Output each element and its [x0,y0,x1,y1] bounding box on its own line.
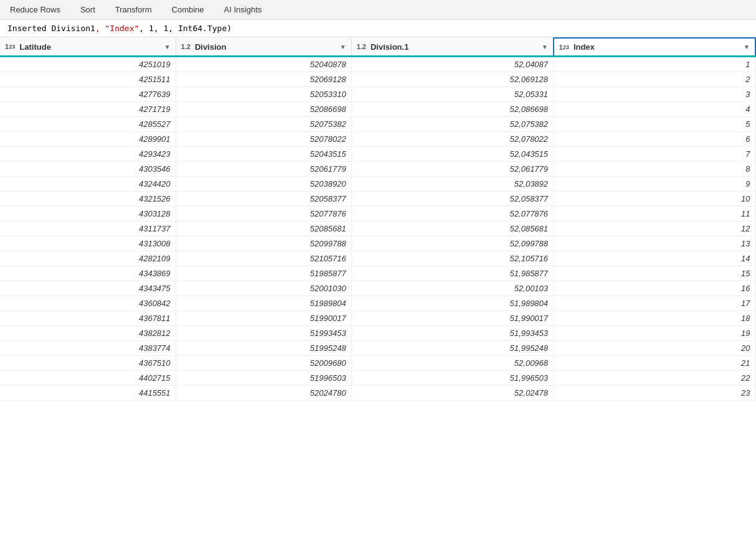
cell-division: 51989804 [176,296,351,311]
cell-index: 21 [554,356,755,371]
col-header-division[interactable]: 1.2 Division ▼ [176,38,351,57]
cell-division1: 51,993453 [351,326,553,341]
cell-division: 52009680 [176,356,351,371]
cell-division1: 51,995248 [351,341,553,356]
dropdown-division[interactable]: ▼ [340,44,346,50]
cell-index: 6 [554,132,755,147]
table-body: 42510195204087852,0408714251511520691285… [0,57,755,401]
cell-index: 22 [554,371,755,386]
cell-latitude: 4285527 [0,117,176,132]
cell-index: 10 [554,192,755,207]
col-header-latitude[interactable]: 123 Latitude ▼ [0,38,176,57]
cell-division: 52038920 [176,177,351,192]
table-row: 44027155199650351,99650322 [0,371,755,386]
cell-latitude: 4311737 [0,221,176,236]
cell-division1: 52,069128 [351,72,553,87]
table-row: 42899015207802252,0780226 [0,132,755,147]
cell-division1: 52,02478 [351,386,553,401]
dropdown-index[interactable]: ▼ [744,44,750,50]
cell-index: 15 [554,266,755,281]
col-label-division: Division [195,42,227,52]
cell-division1: 51,990017 [351,311,553,326]
col-label-division1: Division.1 [371,42,409,52]
col-header-division1[interactable]: 1.2 Division.1 ▼ [351,38,553,57]
cell-division1: 52,043515 [351,147,553,162]
cell-latitude: 4415551 [0,386,176,401]
cell-division: 51985877 [176,266,351,281]
table-row: 42717195208669852,0866984 [0,102,755,117]
data-table: 123 Latitude ▼ 1.2 Division ▼ [0,37,756,401]
cell-index: 11 [554,207,755,221]
cell-division: 51990017 [176,311,351,326]
cell-division1: 52,05331 [351,87,553,102]
cell-division: 52061779 [176,162,351,177]
cell-division: 51993453 [176,326,351,341]
sort-button[interactable]: Sort [75,2,100,17]
cell-division1: 52,099788 [351,236,553,251]
cell-division1: 52,078022 [351,132,553,147]
cell-division: 52075382 [176,117,351,132]
cell-division1: 52,105716 [351,251,553,266]
cell-index: 5 [554,117,755,132]
cell-index: 7 [554,147,755,162]
col-header-index[interactable]: 123 Index ▼ [554,38,755,57]
cell-latitude: 4367811 [0,311,176,326]
cell-division1: 51,985877 [351,266,553,281]
cell-index: 17 [554,296,755,311]
ai-insights-button[interactable]: AI Insights [219,2,267,17]
dropdown-division1[interactable]: ▼ [542,44,548,50]
cell-division: 52040878 [176,57,351,72]
table-row: 42515115206912852,0691282 [0,72,755,87]
cell-division: 52024780 [176,386,351,401]
transform-button[interactable]: Transform [110,2,157,17]
table-row: 43678115199001751,99001718 [0,311,755,326]
cell-division: 51995248 [176,341,351,356]
cell-division1: 52,00103 [351,281,553,296]
table-row: 42855275207538252,0753825 [0,117,755,132]
dropdown-latitude[interactable]: ▼ [164,44,171,50]
cell-division: 51996503 [176,371,351,386]
cell-index: 12 [554,221,755,236]
cell-division: 52001030 [176,281,351,296]
cell-index: 19 [554,326,755,341]
cell-division: 52053310 [176,87,351,102]
cell-division1: 52,085681 [351,221,553,236]
type-icon-division: 1.2 [181,43,191,50]
col-label-index: Index [574,42,595,52]
cell-index: 20 [554,341,755,356]
cell-latitude: 4324420 [0,177,176,192]
cell-latitude: 4282109 [0,251,176,266]
cell-latitude: 4402715 [0,371,176,386]
table-row: 43434755200103052,0010316 [0,281,755,296]
table-row: 43828125199345351,99345319 [0,326,755,341]
cell-latitude: 4367510 [0,356,176,371]
cell-division: 52078022 [176,132,351,147]
reduce-rows-button[interactable]: Reduce Rows [5,2,65,17]
table-row: 43031285207787652,07787611 [0,207,755,221]
cell-latitude: 4343869 [0,266,176,281]
table-row: 43438695198587751,98587715 [0,266,755,281]
table-row: 43675105200968052,0096821 [0,356,755,371]
table-row: 42934235204351552,0435157 [0,147,755,162]
cell-latitude: 4382812 [0,326,176,341]
cell-latitude: 4383774 [0,341,176,356]
cell-index: 9 [554,177,755,192]
combine-button[interactable]: Combine [167,2,209,17]
table-row: 43130085209978852,09978813 [0,236,755,251]
cell-division1: 52,04087 [351,57,553,72]
cell-division: 52085681 [176,221,351,236]
cell-index: 13 [554,236,755,251]
cell-latitude: 4313008 [0,236,176,251]
table-row: 43215265205837752,05837710 [0,192,755,207]
table-row: 42776395205331052,053313 [0,87,755,102]
type-icon-index: 123 [559,44,569,51]
cell-division: 52043515 [176,147,351,162]
formula-text: Inserted Division1, "Index", 1, 1, Int64… [7,24,232,33]
table-row: 42821095210571652,10571614 [0,251,755,266]
cell-index: 3 [554,87,755,102]
cell-index: 18 [554,311,755,326]
cell-latitude: 4303128 [0,207,176,221]
table-row: 44155515202478052,0247823 [0,386,755,401]
cell-index: 1 [554,57,755,72]
cell-division1: 52,058377 [351,192,553,207]
